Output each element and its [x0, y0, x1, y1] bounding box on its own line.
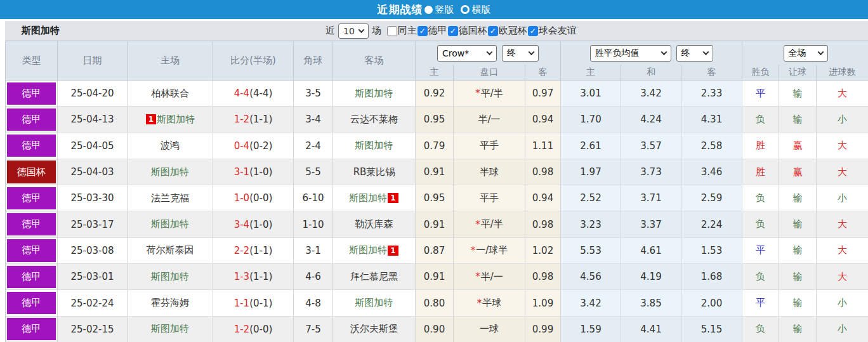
table-row: 德国杯25-04-03斯图加特3-1(1-0)5-5RB莱比锡0.91半球0.9…	[6, 159, 868, 185]
cell-result-goals: 大	[817, 133, 868, 159]
cell-handicap-line: 半球	[454, 159, 525, 185]
cell-avg-draw-odds: 3.73	[621, 159, 681, 185]
cell-avg-win-odds: 3.01	[561, 81, 621, 107]
cell-result-handicap: 输	[779, 264, 817, 290]
subcol-header-avg-away-odds: 客	[681, 65, 742, 81]
filter-label: 欧冠杯	[499, 25, 527, 37]
cell-away-team: 斯图加特	[333, 290, 416, 316]
fulltime-score: 1-2	[234, 114, 250, 125]
time-select-1[interactable]: 终	[502, 45, 539, 62]
checkbox-checked-icon[interactable]: ✓	[528, 26, 538, 36]
chevron-down-icon	[358, 27, 364, 33]
cell-handicap-line: 平手	[454, 185, 525, 211]
cell-date: 25-02-15	[58, 317, 128, 342]
cell-result-wdl: 胜	[742, 133, 779, 159]
cell-score: 3-1(1-0)	[213, 159, 294, 185]
filter-label: 球会友谊	[539, 25, 577, 37]
subcol-header-result-handicap: 让球	[779, 65, 817, 81]
topbar: 近期战绩 竖版 横版	[0, 0, 868, 19]
checkbox-checked-icon[interactable]: ✓	[418, 26, 428, 36]
result-text: 大	[838, 88, 847, 100]
team-name: 斯图加特	[355, 88, 393, 100]
bookmaker-select[interactable]: Crow*	[437, 45, 497, 62]
match-count-select[interactable]: 10	[338, 23, 369, 39]
cell-handicap-line: *一/球半	[454, 238, 525, 264]
cell-avg-away-odds: 3.46	[681, 159, 742, 185]
checkbox-unchecked-icon[interactable]	[387, 26, 397, 36]
team-name: 斯图加特	[355, 297, 393, 309]
cell-result-goals: 大	[817, 238, 868, 264]
cell-result-goals: 小	[817, 107, 868, 133]
handicap-text: 平/半	[481, 88, 503, 100]
checkbox-checked-icon[interactable]: ✓	[488, 26, 498, 36]
subcol-header-crow-home-odds: 主	[416, 65, 454, 81]
subcol-header-avg-win-odds: 主	[561, 65, 621, 81]
cell-away-team: RB莱比锡	[333, 159, 416, 185]
cell-result-goals: 小	[817, 317, 868, 342]
result-text: 输	[793, 323, 803, 335]
result-text: 大	[838, 166, 847, 178]
handicap-text: 半球	[480, 166, 499, 178]
league-badge: 德甲	[7, 213, 56, 235]
col-header-away-team: 客场	[333, 41, 416, 81]
cell-score: 1-2(1-1)	[213, 107, 294, 133]
cell-result-handicap: 输	[779, 107, 817, 133]
cell-home-team: 法兰克福	[128, 185, 213, 211]
cell-league: 德甲	[6, 133, 58, 159]
cell-result-handicap: 输	[779, 317, 817, 342]
halftime-score: (0-0)	[249, 324, 272, 335]
radio-horizontal-label: 横版	[472, 4, 491, 16]
cell-league: 德甲	[6, 107, 58, 133]
games-label: 场	[372, 25, 381, 37]
col-header-score: 比分(半场)	[213, 41, 294, 81]
result-text: 胜	[756, 166, 765, 178]
fulltime-score: 4-4	[234, 88, 250, 99]
table-row: 德甲25-03-08荷尔斯泰因2-2(1-1)3-1斯图加特10.87*一/球半…	[6, 238, 868, 264]
team-name: 斯图加特	[151, 218, 189, 230]
select-value: 胜平负均值	[595, 48, 640, 59]
cell-result-wdl: 胜	[742, 159, 779, 185]
team-name: 斯图加特	[355, 140, 393, 152]
cell-handicap-line: 平手	[454, 133, 525, 159]
radio-horizontal-layout[interactable]: 横版	[461, 4, 491, 16]
cell-avg-draw-odds: 4.61	[621, 238, 681, 264]
cell-corners: 1-10	[294, 211, 333, 237]
team-name: 拜仁慕尼黑	[350, 271, 398, 283]
checkbox-checked-icon[interactable]: ✓	[448, 26, 458, 36]
col-header-corners: 角球	[294, 41, 333, 81]
halftime-score: (1-0)	[249, 219, 272, 230]
early-change-star: *	[475, 219, 480, 230]
result-text: 大	[838, 244, 847, 256]
fulltime-score: 1-3	[234, 271, 250, 282]
team-name: 斯图加特	[151, 323, 189, 335]
odds-type-select[interactable]: 胜平负均值	[590, 45, 671, 62]
cell-avg-away-odds: 2.00	[681, 290, 742, 316]
cell-corners: 2-4	[294, 133, 333, 159]
cell-crow-home-odds: 0.79	[416, 133, 454, 159]
cell-avg-win-odds: 5.53	[561, 238, 621, 264]
team-name: 波鸿	[161, 140, 180, 152]
cell-crow-away-odds: 1.11	[525, 133, 561, 159]
fulltime-score: 3-1	[234, 166, 250, 178]
cell-crow-away-odds: 0.98	[525, 159, 561, 185]
cell-corners: 7-5	[294, 317, 333, 342]
cell-date: 25-04-05	[58, 133, 128, 159]
result-text: 大	[838, 218, 847, 230]
cell-result-handicap: 赢	[779, 159, 817, 185]
table-row: 德甲25-02-15斯图加特1-2(0-0)7-5沃尔夫斯堡0.90一球0.99…	[6, 317, 868, 342]
result-text: 平	[756, 88, 765, 100]
handicap-text: 半球	[482, 297, 501, 309]
cell-home-team: 荷尔斯泰因	[128, 238, 213, 264]
chevron-down-icon	[661, 49, 667, 55]
league-badge: 德甲	[7, 187, 56, 209]
time-select-2[interactable]: 终	[676, 45, 713, 62]
cell-score: 1-3(1-1)	[213, 264, 294, 290]
cell-result-goals: 大	[817, 264, 868, 290]
radio-vertical-layout[interactable]: 竖版	[424, 4, 454, 16]
period-select[interactable]: 全场	[784, 45, 828, 62]
cell-score: 1-2(0-0)	[213, 317, 294, 342]
fulltime-score: 3-4	[234, 219, 250, 230]
cell-date: 25-02-24	[58, 290, 128, 316]
cell-avg-away-odds: 5.15	[681, 317, 742, 342]
result-text: 输	[793, 297, 803, 309]
